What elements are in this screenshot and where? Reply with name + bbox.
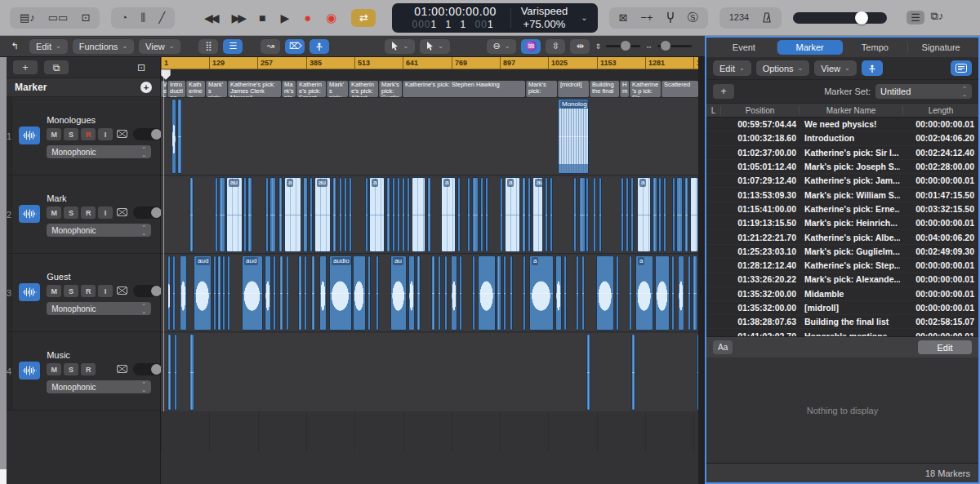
audio-region[interactable] <box>278 177 283 252</box>
audio-region[interactable] <box>621 177 624 252</box>
audio-region[interactable] <box>177 99 182 174</box>
mixer-icon[interactable]: ⫼ <box>140 12 145 23</box>
marker-list-row[interactable]: 01:35:32:00.00 [midroll] 00:00:00:00.01 <box>706 301 978 315</box>
marker-list-row[interactable]: 01:13:53:09.30 Mark's pick: William S...… <box>706 188 978 202</box>
audio-region[interactable] <box>545 177 548 252</box>
marker-flag[interactable]: Scattered <box>662 81 698 97</box>
audio-region[interactable] <box>500 177 503 252</box>
audio-region[interactable] <box>213 255 216 331</box>
marker-list[interactable]: 00:59:57:04.44 We need physics! 00:00:00… <box>706 118 978 336</box>
vertical-zoom-icon[interactable]: ⇳ <box>546 39 565 54</box>
left-click-tool-menu[interactable]: ⌄ <box>385 39 415 54</box>
tuning-fork-icon[interactable] <box>666 12 675 23</box>
freeze-icon[interactable] <box>117 365 127 375</box>
pencil-icon[interactable]: ╱ <box>158 12 165 23</box>
forward-button[interactable]: ▶▶ <box>232 11 245 24</box>
add-marker-icon[interactable]: + <box>140 82 152 93</box>
audio-region[interactable]: a <box>637 177 651 252</box>
audio-region[interactable] <box>303 177 308 252</box>
marker-flag[interactable]: Mark's pick: Joseph <box>206 81 227 97</box>
duplicate-track-button[interactable]: ⧉ <box>44 60 69 74</box>
track-name[interactable]: Monologues <box>47 115 163 125</box>
horizontal-zoom-icon[interactable]: ⇹ <box>570 39 590 54</box>
marker-flag[interactable]: Katherine's p ick: Sir <box>630 81 661 97</box>
automation-curve-icon[interactable]: ↝ <box>261 39 280 54</box>
audio-region[interactable] <box>684 177 688 252</box>
horizontal-zoom-slider[interactable] <box>657 45 692 47</box>
marker-list-row[interactable]: 01:33:26:20.22 Mark's pick: Alexande... … <box>706 273 978 286</box>
list-editor-tab[interactable]: Event <box>711 40 777 55</box>
audio-region[interactable] <box>586 334 590 411</box>
input-monitor-button[interactable]: I <box>98 206 113 219</box>
audio-region[interactable] <box>189 177 194 252</box>
audio-region[interactable]: a <box>369 177 385 252</box>
audio-region[interactable] <box>273 255 276 331</box>
audio-region[interactable] <box>573 177 577 252</box>
track-name[interactable]: Mark <box>47 193 163 203</box>
audio-region[interactable]: au <box>226 177 243 252</box>
audio-region[interactable] <box>174 334 177 411</box>
view-menu[interactable]: View⌄ <box>139 39 180 54</box>
catch-playhead-icon[interactable] <box>862 60 883 76</box>
bar-ruler[interactable]: 1 129 257 385 513 641 769 897 1025 1153 … <box>161 57 698 69</box>
track-header[interactable]: 4 Music M S R Monophonic ⌃⌄ <box>7 332 160 411</box>
audio-region[interactable] <box>690 177 698 252</box>
marker-flag[interactable]: Mark's pick: <box>526 81 557 97</box>
cmd-click-tool-menu[interactable]: ⌄ <box>420 39 450 54</box>
marker-flag[interactable]: Mark's pick: Guglielmo <box>379 81 402 97</box>
audio-region[interactable] <box>298 255 302 331</box>
solo-button[interactable]: S <box>64 285 78 297</box>
lane-monologues[interactable]: Monolog <box>161 98 698 175</box>
audio-region[interactable] <box>167 255 171 331</box>
mute-button[interactable]: M <box>47 285 61 297</box>
audio-region[interactable]: a <box>635 255 653 331</box>
audio-region[interactable] <box>180 255 187 331</box>
audio-region[interactable] <box>451 255 457 331</box>
audio-region[interactable] <box>697 334 700 411</box>
marker-list-row[interactable]: 01:41:02:02.70 Honorable mentions 00:00:… <box>706 329 978 336</box>
input-format-dropdown[interactable]: Monophonic ⌃⌄ <box>47 224 151 237</box>
audio-region[interactable] <box>459 255 462 331</box>
rewind-button[interactable]: ◀◀ <box>204 11 217 24</box>
track-header[interactable]: 3 Guest M S R I Monophonic ⌃⌄ <box>7 254 160 332</box>
input-format-dropdown[interactable]: Monophonic ⌃⌄ <box>47 145 151 158</box>
count-in-icon[interactable]: 1234 <box>729 13 749 22</box>
audio-region[interactable] <box>550 177 553 252</box>
marker-flag[interactable]: Mark's pick: William <box>282 81 296 97</box>
hzoom-knob[interactable] <box>661 41 670 51</box>
list-editor-tab[interactable]: Signature <box>908 40 973 55</box>
marker-flag[interactable]: Katherine's pick: Stephen Hawking <box>403 81 525 97</box>
audio-region[interactable] <box>402 177 405 252</box>
master-volume-slider[interactable] <box>793 12 887 24</box>
marker-list-row[interactable]: 01:05:01:12.40 Mark's pick: Joseph S... … <box>706 160 978 174</box>
track-name[interactable]: Music <box>47 350 163 360</box>
lane-mark[interactable]: au a au a <box>161 176 698 254</box>
cycle-button[interactable]: ⇄ <box>351 9 376 27</box>
marquee-icon[interactable]: ⌦ <box>285 39 305 54</box>
audio-region[interactable] <box>227 255 230 331</box>
audio-region[interactable] <box>693 255 697 331</box>
lane-music[interactable] <box>161 333 698 411</box>
grid-icon[interactable]: ⣿ <box>198 39 218 54</box>
audio-region[interactable] <box>653 177 657 252</box>
lcd-chevron-icon[interactable]: ⌄ <box>577 13 589 22</box>
audio-region[interactable] <box>616 255 619 331</box>
audio-region[interactable] <box>576 255 579 331</box>
audio-region[interactable] <box>407 177 410 252</box>
freeze-icon[interactable] <box>117 286 127 296</box>
solo-icon[interactable]: Ⓢ <box>688 12 698 23</box>
audio-region[interactable] <box>217 255 221 331</box>
create-marker-button[interactable]: + <box>713 84 734 99</box>
track-list-icon[interactable]: ☰ <box>223 39 243 54</box>
audio-region[interactable] <box>412 177 425 252</box>
library-icon[interactable]: ▤♪ <box>20 12 35 23</box>
audio-region[interactable] <box>503 255 506 331</box>
audio-region[interactable] <box>349 177 352 252</box>
marker-view-menu[interactable]: View⌄ <box>814 60 856 76</box>
audio-region[interactable] <box>663 177 666 252</box>
audio-region[interactable] <box>311 255 315 331</box>
audio-region[interactable] <box>368 255 371 331</box>
marker-flag[interactable]: Introduction <box>167 81 185 97</box>
audio-region[interactable] <box>310 177 313 252</box>
catch-playhead-icon[interactable] <box>310 39 329 54</box>
